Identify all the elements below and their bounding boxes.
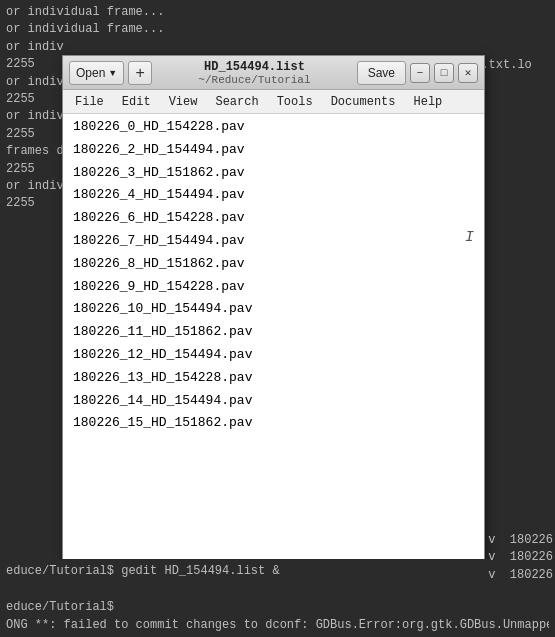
open-button-label: Open [76,66,105,80]
terminal-line: or individual frame... [6,4,549,21]
menu-help[interactable]: Help [405,93,450,111]
list-item[interactable]: 180226_9_HD_154228.pav [63,276,484,299]
terminal-right-side: v 180226 v 180226 v 180226 [486,530,555,586]
terminal-line-r2: v 180226 [488,549,553,566]
list-item[interactable]: 180226_15_HD_151862.pav [63,412,484,435]
save-button[interactable]: Save [357,61,406,85]
list-item[interactable]: 180226_12_HD_154494.pav [63,344,484,367]
list-item[interactable]: 180226_2_HD_154494.pav [63,139,484,162]
title-bar: Open ▼ + HD_154494.list ~/Reduce/Tutoria… [63,56,484,90]
list-item[interactable]: 180226_6_HD_154228.pav [63,207,484,230]
terminal-line: or indiv [6,39,549,56]
list-item[interactable]: 180226_10_HD_154494.pav [63,298,484,321]
cursor-indicator: I [465,229,474,246]
plus-icon: + [136,64,145,82]
open-dropdown-arrow: ▼ [108,68,117,78]
list-item[interactable]: 180226_3_HD_151862.pav [63,162,484,185]
menu-documents[interactable]: Documents [323,93,404,111]
file-list-area[interactable]: 180226_0_HD_154228.pav 180226_2_HD_15449… [63,114,484,583]
gedit-window: Open ▼ + HD_154494.list ~/Reduce/Tutoria… [62,55,485,610]
terminal-line-r3: v 180226 [488,567,553,584]
maximize-icon: □ [441,67,448,79]
menu-edit[interactable]: Edit [114,93,159,111]
title-path: ~/Reduce/Tutorial [198,74,310,86]
close-icon: ✕ [465,66,472,79]
terminal-line-bottom2 [6,580,549,598]
title-filename: HD_154494.list [204,60,305,74]
open-button[interactable]: Open ▼ [69,61,124,85]
list-item[interactable]: 180226_4_HD_154494.pav [63,184,484,207]
menu-tools[interactable]: Tools [269,93,321,111]
list-item[interactable]: 180226_0_HD_154228.pav [63,116,484,139]
list-item[interactable]: 180226_11_HD_151862.pav [63,321,484,344]
terminal-line-r1: v 180226 [488,532,553,549]
title-bar-right: Save − □ ✕ [357,61,478,85]
list-item[interactable]: 180226_7_HD_154494.pav [63,230,484,253]
terminal-line-bottom3: educe/Tutorial$ [6,598,549,616]
title-bar-center: HD_154494.list ~/Reduce/Tutorial [152,60,356,86]
save-button-label: Save [368,66,395,80]
new-tab-button[interactable]: + [128,61,152,85]
title-bar-left: Open ▼ + [69,61,152,85]
terminal-line-bottom1: educe/Tutorial$ gedit HD_154494.list & [6,562,549,580]
maximize-button[interactable]: □ [434,63,454,83]
menu-bar: File Edit View Search Tools Documents He… [63,90,484,114]
minimize-button[interactable]: − [410,63,430,83]
list-item[interactable]: 180226_14_HD_154494.pav [63,390,484,413]
terminal-line-bottom4: ONG **: failed to commit changes to dcon… [6,616,549,634]
bottom-terminal: educe/Tutorial$ gedit HD_154494.list & e… [0,559,555,637]
menu-view[interactable]: View [161,93,206,111]
terminal-line: or individual frame... [6,21,549,38]
list-item[interactable]: 180226_8_HD_151862.pav [63,253,484,276]
menu-search[interactable]: Search [207,93,266,111]
minimize-icon: − [417,67,424,79]
menu-file[interactable]: File [67,93,112,111]
close-button[interactable]: ✕ [458,63,478,83]
list-item[interactable]: 180226_13_HD_154228.pav [63,367,484,390]
